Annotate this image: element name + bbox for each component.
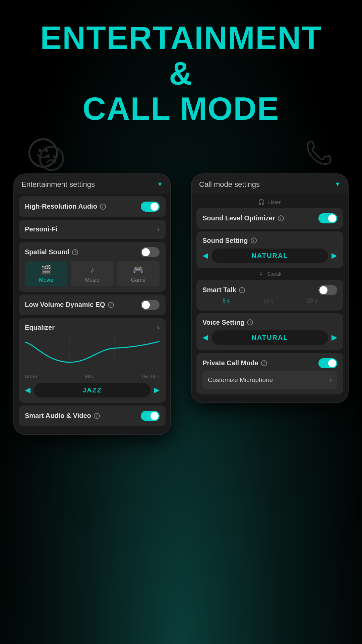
- private-call-info-icon[interactable]: i: [261, 360, 267, 366]
- low-volume-eq-label: Low Volume Dynamic EQ i: [25, 301, 114, 309]
- private-call-mode-row: Private Call Mode i Customize Microphone…: [196, 353, 343, 394]
- voice-setting-value: NATURAL: [212, 330, 328, 345]
- timer-15s: 15 s: [263, 298, 273, 304]
- smart-talk-label: Smart Talk i: [202, 286, 245, 294]
- divider-line-right: [285, 202, 343, 202]
- sound-setting-next[interactable]: ▶: [331, 251, 337, 260]
- equalizer-label: Equalizer: [25, 324, 55, 331]
- smart-audio-video-toggle[interactable]: [141, 411, 160, 421]
- spatial-sound-row: Spatial Sound i 🎬 Movie ♪ Music: [19, 242, 166, 292]
- eq-labels: BASS MID TREBLE: [25, 374, 160, 379]
- smart-talk-toggle[interactable]: [318, 285, 337, 295]
- high-res-audio-row: High-Resolution Audio i: [19, 196, 166, 217]
- voice-setting-row: Voice Setting i ◀ NATURAL ▶: [196, 313, 343, 350]
- low-volume-eq-row: Low Volume Dynamic EQ i: [19, 294, 166, 315]
- call-mode-dropdown-arrow[interactable]: ▼: [335, 181, 341, 188]
- spatial-movie-option[interactable]: 🎬 Movie: [25, 261, 67, 286]
- treble-label: TREBLE: [141, 374, 160, 379]
- divider-line-speak-left: [196, 274, 255, 274]
- listen-label: Listen: [268, 199, 282, 205]
- smart-audio-info-icon[interactable]: i: [94, 413, 100, 419]
- customize-microphone-row[interactable]: Customize Microphone ›: [202, 371, 337, 389]
- game-label: Game: [131, 277, 146, 283]
- eq-preset-selector: ◀ JAZZ ▶: [25, 383, 160, 397]
- call-mode-content: 🎧 Listen Sound Level Optimizer i: [192, 194, 348, 402]
- eq-preset-value: JAZZ: [34, 383, 150, 397]
- entertainment-content: High-Resolution Audio i Personi-Fi › Spa…: [14, 194, 170, 434]
- timer-5s: 5 s: [223, 298, 230, 304]
- header-title-line1: ENTERTAINMENT: [0, 20, 362, 56]
- svg-point-5: [53, 155, 56, 158]
- speak-divider: 🎙 Speak: [196, 271, 343, 277]
- sound-setting-label: Sound Setting i: [202, 237, 257, 245]
- entertainment-dropdown-arrow[interactable]: ▼: [157, 181, 163, 188]
- sound-level-toggle[interactable]: [318, 213, 337, 223]
- customize-microphone-label: Customize Microphone: [208, 376, 273, 384]
- divider-line-left: [196, 202, 255, 202]
- high-res-info-icon[interactable]: i: [100, 204, 106, 210]
- spatial-sound-toggle[interactable]: [141, 247, 160, 257]
- theater-icon: [27, 137, 70, 177]
- voice-setting-prev[interactable]: ◀: [202, 333, 208, 342]
- spatial-game-option[interactable]: 🎮 Game: [117, 261, 160, 286]
- smart-talk-info-icon[interactable]: i: [239, 287, 245, 293]
- smart-audio-video-label: Smart Audio & Video i: [25, 412, 100, 420]
- smart-talk-timer: 5 s 15 s 20 s: [202, 295, 337, 305]
- entertainment-title: Entertainment settings: [21, 180, 95, 189]
- sound-setting-info-icon[interactable]: i: [251, 237, 257, 244]
- listen-divider: 🎧 Listen: [196, 199, 343, 205]
- header-title-line3: CALL MODE: [0, 91, 362, 126]
- equalizer-chevron[interactable]: ›: [157, 323, 160, 332]
- voice-setting-selector: ◀ NATURAL ▶: [202, 330, 337, 345]
- entertainment-phone-header: Entertainment settings ▼: [14, 174, 170, 194]
- eq-next-arrow[interactable]: ▶: [154, 386, 160, 394]
- high-res-audio-label: High-Resolution Audio i: [25, 203, 106, 210]
- svg-point-0: [29, 139, 57, 167]
- high-res-toggle[interactable]: [141, 202, 160, 212]
- smart-talk-row: Smart Talk i 5 s 15 s 20 s: [196, 280, 343, 311]
- svg-point-1: [39, 149, 42, 152]
- timer-20s: 20 s: [307, 298, 317, 304]
- equalizer-chart: [25, 335, 160, 372]
- sound-level-optimizer-label: Sound Level Optimizer i: [202, 214, 284, 222]
- music-label: Music: [85, 277, 99, 283]
- game-icon: 🎮: [133, 265, 143, 275]
- mid-label: MID: [85, 374, 94, 379]
- spatial-options: 🎬 Movie ♪ Music 🎮 Game: [25, 261, 160, 286]
- speak-label: Speak: [267, 271, 282, 277]
- customize-microphone-chevron[interactable]: ›: [329, 376, 332, 384]
- sound-level-info-icon[interactable]: i: [278, 215, 284, 221]
- spatial-music-option[interactable]: ♪ Music: [71, 261, 113, 286]
- low-volume-info-icon[interactable]: i: [108, 302, 114, 308]
- phone-call-icon: [302, 137, 335, 177]
- private-call-mode-label: Private Call Mode i: [202, 359, 267, 367]
- spatial-sound-info-icon[interactable]: i: [72, 249, 78, 255]
- low-volume-eq-toggle[interactable]: [141, 300, 160, 310]
- icons-row: [0, 137, 362, 177]
- movie-label: Movie: [39, 277, 53, 283]
- voice-setting-info-icon[interactable]: i: [247, 319, 253, 325]
- voice-setting-label: Voice Setting i: [202, 319, 253, 326]
- personi-fi-row[interactable]: Personi-Fi ›: [19, 220, 166, 239]
- sound-setting-prev[interactable]: ◀: [202, 251, 208, 260]
- call-mode-phone-header: Call mode settings ▼: [192, 174, 348, 194]
- divider-line-speak-right: [285, 274, 343, 274]
- equalizer-row: Equalizer › BASS MID TRE: [19, 318, 166, 403]
- call-mode-phone: Call mode settings ▼ 🎧 Listen Sound Leve…: [191, 173, 349, 403]
- sound-level-optimizer-row: Sound Level Optimizer i: [196, 208, 343, 229]
- listen-icon: 🎧: [258, 199, 265, 205]
- personi-fi-chevron[interactable]: ›: [157, 225, 160, 234]
- movie-icon: 🎬: [41, 265, 52, 275]
- smart-audio-video-row: Smart Audio & Video i: [19, 406, 166, 426]
- header: ENTERTAINMENT & CALL MODE: [0, 0, 362, 137]
- header-title-line2: &: [0, 56, 362, 91]
- speak-icon: 🎙: [258, 271, 264, 277]
- phones-container: Entertainment settings ▼ High-Resolution…: [0, 173, 362, 435]
- entertainment-phone: Entertainment settings ▼ High-Resolution…: [13, 173, 171, 435]
- eq-prev-arrow[interactable]: ◀: [25, 386, 31, 394]
- voice-setting-next[interactable]: ▶: [331, 333, 337, 342]
- svg-point-3: [40, 147, 63, 170]
- spatial-sound-label: Spatial Sound i: [25, 248, 78, 256]
- bass-label: BASS: [25, 374, 37, 379]
- private-call-toggle[interactable]: [318, 358, 337, 368]
